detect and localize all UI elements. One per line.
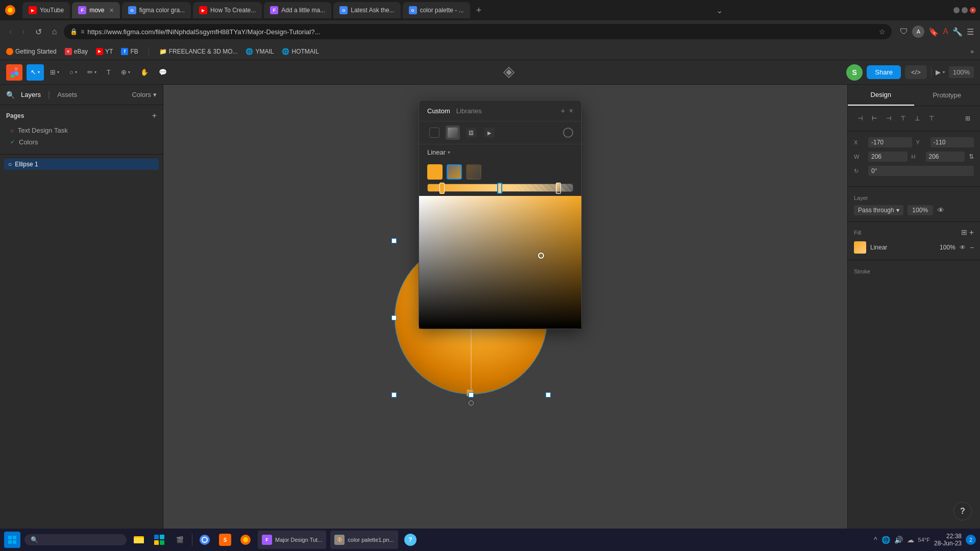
extension-icon-2[interactable]: A	[943, 27, 948, 36]
tab-google-figma[interactable]: G figma color gra...	[122, 2, 191, 18]
text-tool-button[interactable]: T	[103, 64, 115, 81]
prototype-tab[interactable]: Prototype	[914, 85, 981, 105]
notification-badge[interactable]: 2	[966, 535, 976, 545]
firefox-icon[interactable]	[4, 4, 16, 16]
taskbar-clock[interactable]: 22:38 28-Jun-23	[934, 533, 962, 547]
bookmark-facebook[interactable]: f FB	[121, 48, 138, 55]
bookmark-youtube[interactable]: ▶ YT	[96, 48, 113, 55]
help-button[interactable]: ?	[953, 502, 972, 520]
gradient-bar-handle-left[interactable]	[439, 183, 445, 194]
design-tab[interactable]: Design	[848, 85, 914, 106]
tab-color-palette[interactable]: G color palette - ...	[403, 2, 470, 18]
tab-youtube[interactable]: ▶ YouTube	[22, 2, 70, 18]
add-page-button[interactable]: +	[152, 111, 157, 120]
taskbar-app-help[interactable]: ?	[402, 532, 419, 548]
bookmarks-more-button[interactable]: »	[970, 48, 974, 55]
blend-mode-selector[interactable]: Pass through ▾	[854, 205, 903, 215]
close-button[interactable]: ×	[970, 7, 976, 13]
gradient-stop-1[interactable]	[427, 164, 443, 180]
bookmark-ymail[interactable]: 🌐 YMAIL	[246, 48, 274, 55]
cp-image-fill-button[interactable]: 🖼	[464, 126, 478, 140]
gradient-bar-handle-right[interactable]	[556, 183, 561, 194]
canvas[interactable]: Custom Libraries + ×	[163, 85, 847, 551]
cp-solid-type-button[interactable]	[427, 126, 442, 140]
components-tool-dropdown[interactable]: ▾	[128, 70, 130, 74]
frame-tool-button[interactable]: ⊞ ▾	[46, 64, 63, 81]
minimize-button[interactable]	[953, 7, 960, 13]
play-button[interactable]: ▶ ▾	[936, 68, 945, 76]
hand-tool-button[interactable]: ✋	[136, 64, 153, 81]
bookmark-freelance[interactable]: 📁 FREELANCE & 3D MO...	[159, 48, 238, 55]
bookmark-star-icon[interactable]: ☆	[879, 28, 886, 36]
taskbar-app-file-manager[interactable]	[131, 532, 147, 548]
zoom-level-button[interactable]: 100%	[949, 66, 974, 78]
distribute-button[interactable]: ⊞	[962, 112, 974, 124]
cp-saturation-picker[interactable]	[419, 196, 581, 329]
colors-tab[interactable]: Colors ▾	[132, 91, 157, 98]
cp-close-button[interactable]: ×	[569, 107, 573, 115]
tab-how-to[interactable]: ▶ How To Create...	[193, 2, 262, 18]
taskbar-app-chrome[interactable]	[197, 532, 213, 548]
cp-video-fill-button[interactable]: ▶	[482, 126, 497, 140]
move-tool-dropdown[interactable]: ▾	[38, 70, 40, 74]
gradient-stop-2-active[interactable]	[447, 164, 462, 180]
bookmark-ebay[interactable]: e eBay	[65, 48, 88, 55]
cp-gradient-type-label[interactable]: Linear	[427, 148, 446, 156]
bookmark-getting-started[interactable]: Getting Started	[6, 48, 57, 55]
start-button[interactable]	[4, 532, 20, 548]
move-tool-button[interactable]: ↖ ▾	[27, 64, 44, 81]
handle-br[interactable]	[546, 392, 551, 397]
taskbar-app-color-palette[interactable]: 🎨 color palette1.pn...	[330, 531, 398, 549]
tab-close-figma[interactable]: ×	[110, 6, 114, 14]
taskbar-app-sublime[interactable]: S	[217, 532, 233, 548]
cp-add-button[interactable]: +	[561, 107, 565, 115]
frame-tool-dropdown[interactable]: ▾	[57, 70, 59, 74]
w-value[interactable]: 206	[868, 152, 908, 162]
taskbar-search-bar[interactable]: 🔍	[24, 534, 127, 545]
code-editor-button[interactable]: </>	[905, 65, 927, 79]
cloud-icon[interactable]: ☁	[907, 536, 914, 544]
align-top-button[interactable]: ⊤	[897, 112, 909, 124]
volume-icon[interactable]: 🔊	[894, 536, 903, 544]
page-item-text-design[interactable]: ○ Text Design Task	[6, 124, 157, 136]
add-fill-button[interactable]: +	[969, 228, 974, 237]
align-left-button[interactable]: ⊣	[854, 112, 866, 124]
cp-gradient-bar[interactable]	[427, 184, 573, 192]
new-tab-button[interactable]: +	[472, 3, 486, 18]
align-center-h-button[interactable]: ⊢	[868, 112, 880, 124]
system-tray-expand-icon[interactable]: ^	[874, 536, 877, 544]
page-item-colors[interactable]: ✓ Colors	[6, 136, 157, 148]
y-value[interactable]: -110	[930, 137, 974, 147]
layer-item-ellipse1[interactable]: ○ Ellipse 1	[4, 159, 159, 170]
tab-list-button[interactable]: ⌄	[712, 4, 727, 17]
shape-tool-button[interactable]: ○ ▾	[65, 64, 81, 81]
aspect-ratio-lock-button[interactable]: ⇅	[969, 153, 974, 160]
fill-visibility-button[interactable]: 👁	[960, 244, 966, 251]
comment-tool-button[interactable]: 💬	[155, 64, 171, 81]
extension-icon-1[interactable]: 🛡	[900, 27, 908, 36]
align-center-v-button[interactable]: ⊥	[911, 112, 923, 124]
tab-add-little[interactable]: F Add a little ma...	[264, 2, 331, 18]
shape-tool-dropdown[interactable]: ▾	[75, 70, 77, 74]
play-dropdown-icon[interactable]: ▾	[943, 70, 945, 74]
figma-logo-button[interactable]	[6, 64, 22, 81]
handle-bc[interactable]	[469, 392, 474, 397]
gradient-stop-3[interactable]	[466, 164, 481, 180]
cp-tab-libraries[interactable]: Libraries	[456, 107, 482, 115]
layers-tab[interactable]: Layers	[17, 89, 45, 101]
extension-icon-3[interactable]: 🔧	[952, 27, 963, 37]
x-value[interactable]: -170	[868, 137, 912, 147]
align-bottom-button[interactable]: ⊤	[925, 112, 938, 124]
handle-bl[interactable]	[391, 392, 397, 397]
bookmark-hotmail[interactable]: 🌐 HOTMAIL	[282, 48, 318, 55]
assets-tab[interactable]: Assets	[53, 89, 81, 101]
pen-tool-dropdown[interactable]: ▾	[94, 70, 96, 74]
remove-fill-button[interactable]: −	[970, 243, 974, 252]
visibility-toggle-button[interactable]: 👁	[937, 206, 944, 214]
tab-figma[interactable]: F move ×	[72, 2, 120, 18]
maximize-button[interactable]	[962, 7, 968, 13]
bookmark-icon[interactable]: 🔖	[928, 27, 939, 37]
browser-profile-icon[interactable]: A	[912, 26, 924, 38]
home-button[interactable]: ⌂	[49, 25, 60, 38]
gradient-bar-handle-mid[interactable]	[497, 183, 502, 194]
